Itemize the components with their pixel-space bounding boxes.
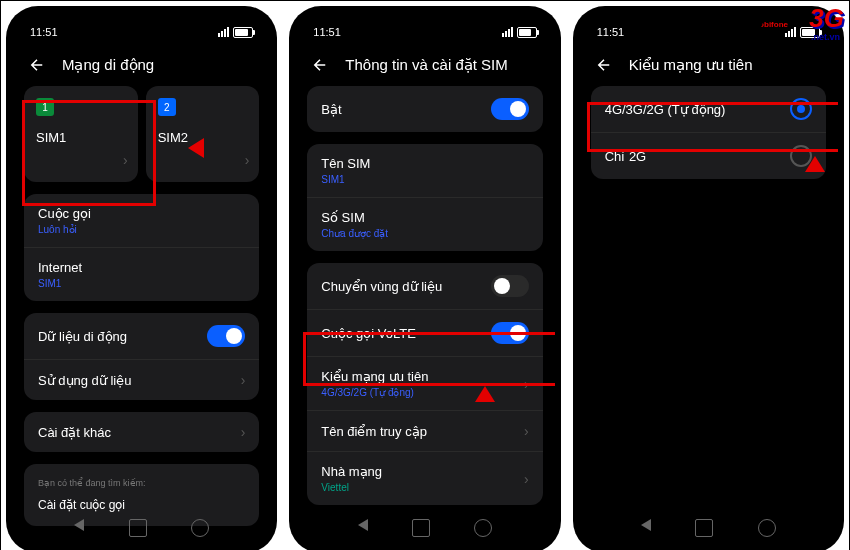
radio-unselected[interactable] <box>790 145 812 167</box>
header: Mạng di động <box>12 44 271 86</box>
chevron-right-icon: › <box>123 152 128 168</box>
nav-home-icon[interactable] <box>412 519 430 537</box>
nav-back-icon[interactable] <box>641 519 651 531</box>
chevron-right-icon: › <box>524 423 529 439</box>
chevron-right-icon: › <box>241 372 246 388</box>
status-time: 11:51 <box>313 26 341 38</box>
chevron-right-icon: › <box>245 152 250 168</box>
nav-back-icon[interactable] <box>358 519 368 531</box>
nav-home-icon[interactable] <box>695 519 713 537</box>
phone-1: 11:51 Mạng di động 1 SIM1 › 2 SIM2 › Cuộ… <box>6 6 277 550</box>
page-title: Mạng di động <box>62 56 154 74</box>
volte-row[interactable]: Cuộc gọi VoLTE <box>307 309 542 356</box>
option-4g-row[interactable]: 4G/3G/2G (Tự động) <box>591 86 826 132</box>
phone-3: 11:51 Kiểu mạng ưu tiên 4G/3G/2G (Tự độn… <box>573 6 844 550</box>
sim1-name: SIM1 <box>36 130 126 145</box>
mobile-data-row[interactable]: Dữ liệu di động <box>24 313 259 359</box>
page-title: Kiểu mạng ưu tiên <box>629 56 753 74</box>
mobile-data-toggle[interactable] <box>207 325 245 347</box>
battery-icon <box>517 27 537 38</box>
other-settings-row[interactable]: Cài đặt khác› <box>24 412 259 452</box>
nav-recent-icon[interactable] <box>191 519 209 537</box>
nav-home-icon[interactable] <box>129 519 147 537</box>
roaming-toggle[interactable] <box>491 275 529 297</box>
phone-2: 11:51 Thông tin và cài đặt SIM Bật Tên S… <box>289 6 560 550</box>
back-icon[interactable] <box>28 56 46 74</box>
sim2-card[interactable]: 2 SIM2 › <box>146 86 260 182</box>
carrier-row[interactable]: Nhà mạngViettel› <box>307 451 542 505</box>
sim1-card[interactable]: 1 SIM1 › <box>24 86 138 182</box>
enable-toggle[interactable] <box>491 98 529 120</box>
internet-row[interactable]: InternetSIM1 <box>24 247 259 301</box>
navbar <box>579 513 838 543</box>
volte-toggle[interactable] <box>491 322 529 344</box>
chevron-right-icon: › <box>241 424 246 440</box>
nav-back-icon[interactable] <box>74 519 84 531</box>
chevron-right-icon: › <box>524 376 529 392</box>
battery-icon <box>233 27 253 38</box>
sim2-badge: 2 <box>158 98 176 116</box>
sim1-badge: 1 <box>36 98 54 116</box>
back-icon[interactable] <box>595 56 613 74</box>
logo: 3G <box>809 3 844 34</box>
signal-icon <box>218 27 229 37</box>
network-type-row[interactable]: Kiểu mạng ưu tiên4G/3G/2G (Tự động)› <box>307 356 542 410</box>
radio-selected[interactable] <box>790 98 812 120</box>
navbar <box>295 513 554 543</box>
sim2-name: SIM2 <box>158 130 248 145</box>
roaming-row[interactable]: Chuyển vùng dữ liệu <box>307 263 542 309</box>
enable-row[interactable]: Bật <box>307 86 542 132</box>
header: Thông tin và cài đặt SIM <box>295 44 554 86</box>
sim-name-row[interactable]: Tên SIMSIM1 <box>307 144 542 197</box>
status-time: 11:51 <box>597 26 625 38</box>
navbar <box>12 513 271 543</box>
data-usage-row[interactable]: Sử dụng dữ liệu› <box>24 359 259 400</box>
apn-row[interactable]: Tên điểm truy cập› <box>307 410 542 451</box>
logo-sub: .net.vn <box>811 32 840 42</box>
status-time: 11:51 <box>30 26 58 38</box>
option-2g-row[interactable]: Chỉ 2G <box>591 132 826 179</box>
page-title: Thông tin và cài đặt SIM <box>345 56 507 74</box>
nav-recent-icon[interactable] <box>474 519 492 537</box>
back-icon[interactable] <box>311 56 329 74</box>
header: Kiểu mạng ưu tiên <box>579 44 838 86</box>
signal-icon <box>502 27 513 37</box>
call-row[interactable]: Cuộc gọiLuôn hỏi <box>24 194 259 247</box>
sim-number-row[interactable]: Số SIMChưa được đặt <box>307 197 542 251</box>
chevron-right-icon: › <box>524 471 529 487</box>
nav-recent-icon[interactable] <box>758 519 776 537</box>
